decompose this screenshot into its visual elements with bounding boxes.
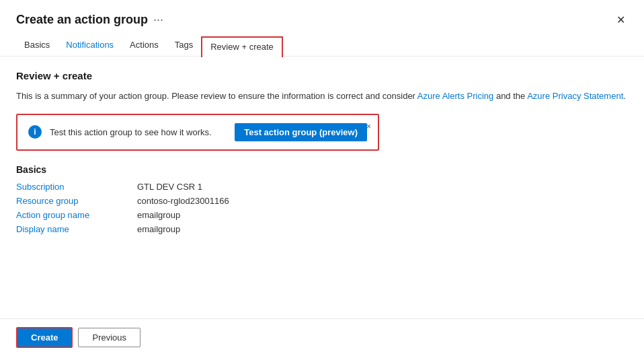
action-group-name-value: emailgroup	[137, 210, 180, 220]
tab-tags[interactable]: Tags	[167, 34, 201, 57]
tab-actions[interactable]: Actions	[122, 34, 167, 57]
summary-paragraph: This is a summary of your action group. …	[16, 90, 628, 103]
row-action-group-name: Action group name emailgroup	[16, 210, 628, 220]
row-resource-group: Resource group contoso-rglod23001166	[16, 196, 628, 206]
create-action-group-dialog: Create an action group ··· ✕ Basics Noti…	[0, 0, 644, 356]
azure-privacy-link[interactable]: Azure Privacy Statement	[527, 91, 623, 101]
close-icon: ✕	[616, 13, 625, 26]
tab-notifications[interactable]: Notifications	[58, 34, 122, 57]
section-title: Review + create	[16, 70, 628, 81]
row-display-name: Display name emailgroup	[16, 224, 628, 234]
dialog-title-ellipsis: ···	[153, 13, 163, 27]
tab-review-create[interactable]: Review + create	[201, 36, 283, 57]
tab-basics[interactable]: Basics	[16, 34, 58, 57]
basics-label: Basics	[16, 164, 628, 175]
previous-button[interactable]: Previous	[78, 328, 140, 347]
basics-section: Basics Subscription GTL DEV CSR 1 Resour…	[16, 164, 628, 234]
dialog-footer: Create Previous	[0, 318, 644, 356]
dialog-title: Create an action group	[16, 13, 148, 27]
resource-group-key: Resource group	[16, 196, 137, 206]
create-button[interactable]: Create	[16, 327, 73, 348]
resource-group-value: contoso-rglod23001166	[137, 196, 229, 206]
subscription-value: GTL DEV CSR 1	[137, 182, 202, 192]
banner-info-text: Test this action group to see how it wor…	[50, 127, 227, 137]
dialog-title-area: Create an action group ···	[16, 13, 163, 27]
info-icon: i	[28, 125, 42, 139]
dialog-header: Create an action group ··· ✕	[0, 0, 644, 29]
display-name-value: emailgroup	[137, 224, 180, 234]
dialog-close-button[interactable]: ✕	[614, 11, 628, 29]
action-group-name-key: Action group name	[16, 210, 137, 220]
main-content: Review + create This is a summary of you…	[0, 57, 644, 318]
tabs-bar: Basics Notifications Actions Tags Review…	[0, 34, 644, 57]
display-name-key: Display name	[16, 224, 137, 234]
azure-alerts-link[interactable]: Azure Alerts Pricing	[417, 91, 493, 101]
subscription-key: Subscription	[16, 182, 137, 192]
banner-close-button[interactable]: ×	[365, 120, 372, 133]
test-action-group-button[interactable]: Test action group (preview)	[235, 123, 367, 141]
test-banner: i Test this action group to see how it w…	[16, 114, 379, 151]
row-subscription: Subscription GTL DEV CSR 1	[16, 182, 628, 192]
